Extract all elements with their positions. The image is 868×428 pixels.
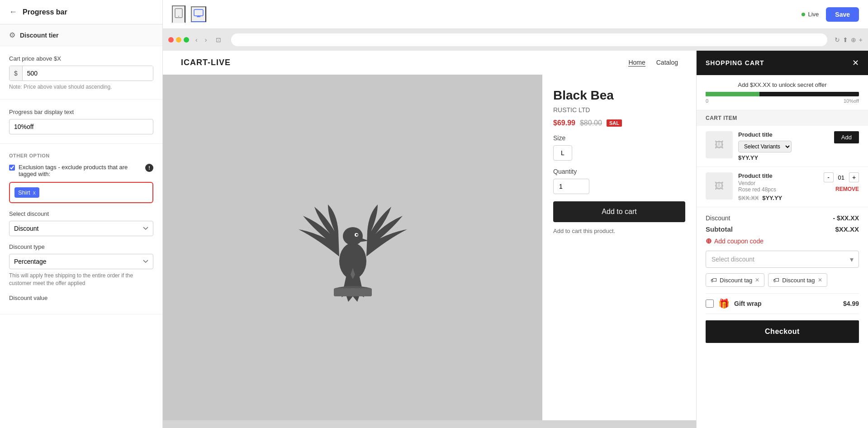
back-button[interactable]: ←	[9, 7, 17, 17]
image-placeholder-icon-2: 🖼	[715, 181, 724, 191]
cart-price-input[interactable]	[23, 66, 153, 81]
qty-value: 01	[835, 174, 847, 181]
cart-item-2-variant: Rose red 48pcs	[738, 186, 818, 193]
discount-tag-1-remove[interactable]: ✕	[755, 277, 759, 283]
svg-rect-5	[334, 288, 372, 296]
size-selector[interactable]: L	[553, 145, 572, 161]
browser-share-button[interactable]: ⬆	[843, 36, 848, 43]
product-info: Black Bea RUSTIC LTD $69.99 $80.00 SAL S…	[542, 75, 696, 420]
subtotal-value: $XX.XX	[835, 225, 859, 233]
top-bar-right: Live Save	[802, 7, 859, 22]
select-discount-dropdown[interactable]: Discount Discount 2 Discount 3	[9, 221, 153, 236]
exclusion-tags-row: Exclusion tags - exclude products that a…	[9, 164, 153, 177]
browser-forward-button[interactable]: ›	[202, 35, 210, 44]
add-coupon-link[interactable]: ⊕ Add coupon code	[706, 237, 859, 245]
section-header: ⚙ Discount tier	[0, 24, 162, 46]
subtotal-row: Subtotal $XX.XX	[706, 225, 859, 233]
browser-view-toggle[interactable]: ⊡	[213, 35, 224, 44]
discount-tag-2-remove[interactable]: ✕	[818, 277, 822, 283]
desktop-device-button[interactable]	[191, 6, 206, 22]
browser-more-button[interactable]: +	[859, 36, 863, 43]
tag-icon-1: 🏷	[711, 276, 717, 284]
cart-close-button[interactable]: ✕	[852, 58, 859, 68]
svg-point-1	[178, 16, 179, 17]
price-original: $80.00	[580, 119, 602, 127]
variant-selector[interactable]: Select Variants	[738, 141, 792, 152]
discount-type-dropdown[interactable]: Percentage Fixed amount Free shipping	[9, 254, 153, 269]
cart-item-2-title: Product title	[738, 172, 818, 179]
gift-wrap-checkbox[interactable]	[706, 300, 714, 308]
main-content: Live Save ‹ › ⊡ ↻ ⬆ ⊕ + ICART-LIVE	[163, 0, 868, 428]
qty-controls: - 01 +	[824, 172, 859, 182]
browser-tab-button[interactable]: ⊕	[851, 36, 856, 43]
tag-label: Shirt	[18, 189, 30, 196]
device-icons	[172, 5, 206, 23]
cart-footer: Discount - $XX.XX Subtotal $XX.XX ⊕ Add …	[697, 207, 868, 350]
price-current: $69.99	[553, 119, 575, 127]
progress-bar-fill	[706, 92, 759, 96]
discount-value-label: Discount value	[9, 295, 153, 301]
settings-icon: ⚙	[9, 31, 15, 39]
cart-item-1-add-button[interactable]: Add	[834, 131, 859, 143]
live-dot	[802, 13, 805, 16]
checkout-button[interactable]: Checkout	[706, 320, 859, 343]
browser-bar: ‹ › ⊡ ↻ ⬆ ⊕ +	[163, 29, 868, 51]
browser-back-button[interactable]: ‹	[193, 35, 200, 44]
qty-increase-button[interactable]: +	[849, 172, 859, 182]
exclusion-tags-label: Exclusion tags - exclude products that a…	[19, 164, 142, 177]
left-panel: ← Progress bar ⚙ Discount tier Cart pric…	[0, 0, 163, 428]
discount-type-section: Discount type Percentage Fixed amount Fr…	[9, 243, 153, 287]
select-discount-label: Select discount	[9, 210, 153, 217]
cart-price-note: Note: Price above value should ascending…	[9, 84, 153, 90]
nav-home[interactable]: Home	[628, 59, 645, 67]
discount-tag-1-label: Discount tag	[720, 277, 752, 284]
page-content: ICART-LIVE Home Catalog	[163, 51, 868, 428]
exclusion-tags-checkbox[interactable]	[9, 165, 15, 171]
cart-select-discount[interactable]: Select discount	[706, 251, 859, 268]
svg-rect-2	[194, 10, 203, 16]
cart-item-1-controls: Add	[834, 131, 859, 143]
qty-decrease-button[interactable]: -	[824, 172, 834, 182]
svg-point-7	[356, 234, 358, 236]
product-eagle-image	[289, 180, 416, 315]
website-logo: ICART-LIVE	[181, 58, 231, 67]
gift-wrap-row: 🎁 Gift wrap $4.99	[706, 293, 859, 314]
top-bar: Live Save	[163, 0, 868, 29]
discount-tag-1: 🏷 Discount tag ✕	[706, 273, 764, 287]
cart-price-input-group: $	[9, 66, 153, 81]
nav-catalog[interactable]: Catalog	[656, 59, 678, 67]
other-options-section: OTHER OPTION Exclusion tags - exclude pr…	[0, 144, 162, 314]
gift-wrap-label: Gift wrap	[734, 300, 839, 307]
website-preview: ICART-LIVE Home Catalog	[163, 51, 696, 428]
progress-display-label: Progress bar display text	[9, 109, 153, 115]
cart-item-1-price: $YY.YY	[738, 154, 829, 161]
save-button[interactable]: Save	[826, 7, 859, 22]
select-discount-section: Select discount Discount Discount 2 Disc…	[9, 210, 153, 236]
website-nav: Home Catalog	[628, 59, 678, 67]
browser-actions: ↻ ⬆ ⊕ +	[835, 36, 863, 43]
add-to-cart-button[interactable]: Add to cart	[553, 201, 685, 222]
browser-address-bar[interactable]	[231, 33, 827, 46]
product-note: Add to cart this product.	[553, 228, 685, 234]
discount-tag-2: 🏷 Discount tag ✕	[768, 273, 827, 287]
gift-wrap-price: $4.99	[843, 300, 859, 307]
browser-refresh-button[interactable]: ↻	[835, 36, 840, 43]
discount-type-label: Discount type	[9, 243, 153, 250]
coupon-plus-icon: ⊕	[706, 237, 711, 245]
tag-remove-button[interactable]: x	[33, 190, 36, 196]
live-label: Live	[808, 11, 819, 18]
cart-header: SHOPPING CART ✕	[697, 51, 868, 75]
progress-display-input[interactable]	[9, 119, 153, 134]
cart-price-label: Cart price above $X	[9, 55, 153, 62]
browser-dots	[168, 37, 189, 43]
cart-item-2-remove-button[interactable]: REMOVE	[835, 186, 859, 192]
cart-title: SHOPPING CART	[706, 59, 764, 67]
browser-dot-minimize	[176, 37, 181, 43]
quantity-label: Quantity	[553, 168, 685, 175]
progress-display-section: Progress bar display text	[0, 100, 162, 144]
quantity-input[interactable]	[553, 179, 589, 194]
panel-header: ← Progress bar	[0, 0, 162, 24]
browser-dot-close	[168, 37, 174, 43]
mobile-device-button[interactable]	[172, 5, 185, 23]
cart-item-1: 🖼 Product title Select Variants $YY.YY A…	[697, 126, 868, 167]
